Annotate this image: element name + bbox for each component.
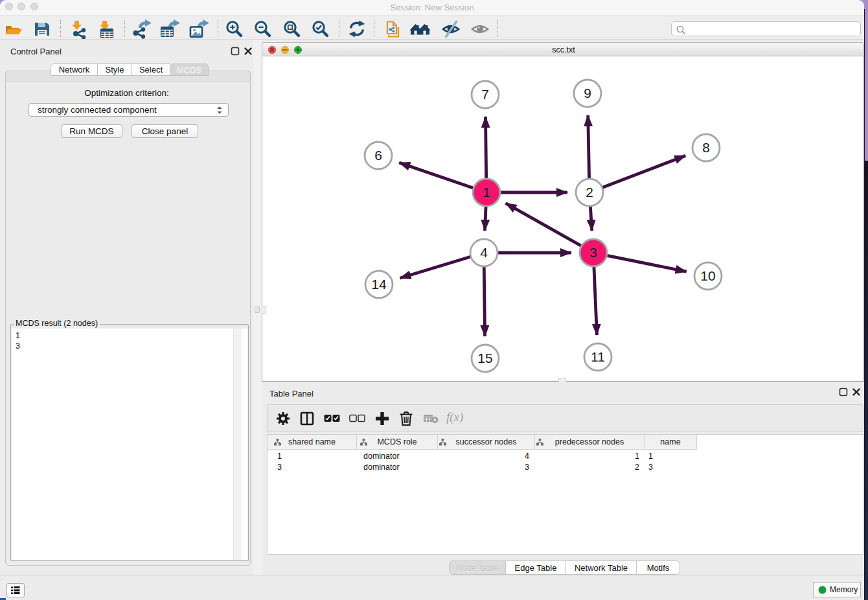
svg-text:9: 9	[584, 86, 591, 100]
svg-text:6: 6	[374, 148, 382, 163]
svg-text:14: 14	[371, 277, 387, 292]
svg-text:10: 10	[700, 268, 715, 283]
svg-text:11: 11	[591, 349, 605, 364]
svg-text:7: 7	[481, 87, 489, 102]
svg-text:3: 3	[589, 245, 597, 260]
svg-text:15: 15	[477, 351, 492, 365]
svg-text:4: 4	[480, 245, 488, 260]
svg-text:8: 8	[702, 140, 710, 155]
svg-text:1: 1	[483, 185, 490, 200]
svg-text:2: 2	[586, 185, 593, 200]
